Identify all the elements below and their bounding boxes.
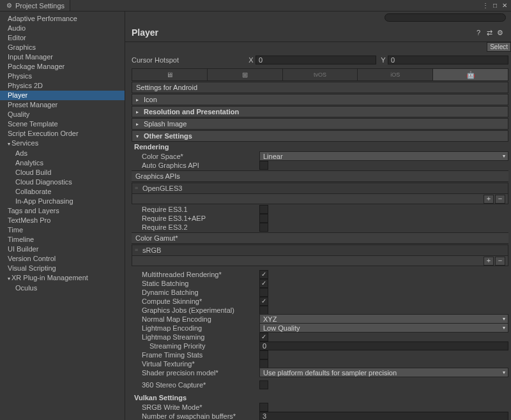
android-icon: 🤖 — [466, 71, 475, 79]
auto-graphics-checkbox[interactable] — [259, 161, 268, 170]
lightmap-stream-checkbox[interactable]: ✓ — [259, 333, 268, 341]
dynamic-batch-checkbox[interactable] — [259, 288, 268, 297]
sidebar-item[interactable]: Version Control — [0, 254, 125, 264]
shader-prec-label: Shader precision model* — [132, 369, 259, 377]
sidebar-item[interactable]: Cloud Diagnostics — [0, 177, 125, 187]
search-input[interactable] — [385, 13, 506, 22]
popout-icon[interactable]: □ — [491, 2, 499, 10]
cursor-hotspot-label: Cursor Hotspot — [132, 56, 247, 64]
other-label: Other Settings — [144, 132, 192, 140]
sidebar-item[interactable]: Graphics — [0, 43, 125, 52]
help-icon[interactable]: ? — [474, 28, 483, 37]
other-settings-foldout[interactable]: ▾Other Settings — [132, 130, 508, 142]
graphics-jobs-checkbox[interactable] — [259, 306, 268, 315]
gear-icon[interactable]: ⚙ — [496, 28, 505, 37]
select-button[interactable]: Select — [487, 42, 511, 52]
swapchain-field[interactable]: 3 — [259, 412, 508, 421]
sidebar-item[interactable]: Ads — [0, 149, 125, 158]
close-icon[interactable]: ✕ — [501, 2, 508, 10]
sidebar-item[interactable]: Collaborate — [0, 187, 125, 197]
add-button[interactable]: + — [484, 257, 494, 266]
virtual-tex-checkbox[interactable] — [259, 359, 268, 368]
sidebar-item[interactable]: Physics 2D — [0, 81, 125, 91]
sidebar-item[interactable]: TextMesh Pro — [0, 216, 125, 225]
remove-button[interactable]: − — [495, 195, 505, 204]
cursor-y-field[interactable]: 0 — [388, 56, 508, 64]
page-title: Player — [132, 27, 158, 38]
cursor-x-field[interactable]: 0 — [256, 56, 376, 64]
sidebar-item[interactable]: UI Builder — [0, 244, 125, 254]
srgb-write-checkbox[interactable] — [259, 403, 268, 412]
sidebar-item[interactable]: Tags and Layers — [0, 206, 125, 216]
sidebar-item[interactable]: Quality — [0, 110, 125, 119]
lightmap-enc-label: Lightmap Encoding — [132, 324, 259, 332]
sidebar-item[interactable]: Scene Template — [0, 119, 125, 129]
color-space-dropdown[interactable]: Linear — [259, 151, 508, 161]
window-title: Project Settings — [15, 2, 65, 10]
y-label: Y — [379, 56, 388, 64]
tab-ios[interactable]: iOS — [358, 69, 433, 80]
sidebar-item[interactable]: Editor — [0, 33, 125, 43]
compute-skin-checkbox[interactable]: ✓ — [259, 297, 268, 306]
frame-timing-checkbox[interactable] — [259, 350, 268, 359]
lightmap-enc-dropdown[interactable]: Low Quality — [259, 323, 508, 333]
streaming-prio-label: Streaming Priority — [132, 342, 259, 350]
chevron-right-icon: ▸ — [136, 121, 141, 127]
chevron-down-icon: ▾ — [136, 133, 141, 139]
preset-icon[interactable]: ⇄ — [485, 28, 494, 37]
sidebar-item[interactable]: Time — [0, 225, 125, 235]
chevron-right-icon: ▸ — [136, 97, 141, 103]
graphics-jobs-label: Graphics Jobs (Experimental) — [132, 306, 259, 314]
tab-android[interactable]: 🤖 — [433, 69, 508, 80]
tab-tvos[interactable]: tvOS — [283, 69, 358, 80]
graphics-apis-list: OpenGLES3 + − — [132, 183, 508, 204]
sidebar-item[interactable]: Physics — [0, 71, 125, 81]
panel-header: Player ? ⇄ ⚙ — [125, 24, 511, 42]
splash-foldout[interactable]: ▸Splash Image — [132, 118, 508, 130]
list-item[interactable]: sRGB — [132, 245, 508, 255]
tab-standalone[interactable]: 🖥 — [132, 69, 208, 80]
sidebar-item[interactable]: Oculus — [0, 283, 125, 293]
require-es31-checkbox[interactable] — [259, 205, 268, 214]
sidebar-item[interactable]: Package Manager — [0, 62, 125, 71]
require-es31aep-label: Require ES3.1+AEP — [132, 214, 259, 222]
multithreaded-checkbox[interactable]: ✓ — [259, 270, 268, 279]
platform-tabs: 🖥 ⊞ tvOS iOS 🤖 — [132, 68, 508, 81]
ios-icon: iOS — [390, 71, 400, 78]
title-bar: ⚙ Project Settings ⋮ □ ✕ — [0, 0, 511, 11]
sidebar-item[interactable]: Visual Scripting — [0, 264, 125, 273]
sidebar-item[interactable]: Cloud Build — [0, 168, 125, 177]
resolution-foldout[interactable]: ▸Resolution and Presentation — [132, 106, 508, 117]
menu-icon[interactable]: ⋮ — [482, 2, 489, 10]
sidebar-item[interactable]: Script Execution Order — [0, 129, 125, 139]
require-es31-label: Require ES3.1 — [132, 206, 259, 213]
sidebar-item[interactable]: Audio — [0, 24, 125, 33]
tvos-icon: tvOS — [314, 71, 326, 78]
require-es32-checkbox[interactable] — [259, 223, 268, 232]
color-gamut-list: sRGB + − — [132, 244, 508, 266]
sidebar-item-services[interactable]: Services — [0, 139, 125, 149]
tab-windows[interactable]: ⊞ — [208, 69, 283, 80]
streaming-prio-field[interactable]: 0 — [259, 341, 508, 350]
remove-button[interactable]: − — [495, 257, 505, 266]
stereo-360-checkbox[interactable] — [259, 380, 268, 389]
sidebar-item[interactable]: Input Manager — [0, 52, 125, 62]
window-tab[interactable]: ⚙ Project Settings — [0, 0, 70, 11]
sidebar-item[interactable]: Timeline — [0, 235, 125, 244]
add-button[interactable]: + — [484, 195, 494, 204]
normal-map-dropdown[interactable]: XYZ — [259, 314, 508, 324]
frame-timing-label: Frame Timing Stats — [132, 351, 259, 359]
require-es31aep-checkbox[interactable] — [259, 214, 268, 223]
static-batch-checkbox[interactable]: ✓ — [259, 279, 268, 288]
sidebar-item-player[interactable]: Player — [0, 91, 125, 100]
list-item[interactable]: OpenGLES3 — [132, 183, 508, 193]
sidebar-item-xr[interactable]: XR Plug-in Management — [0, 273, 125, 283]
sidebar-item[interactable]: In-App Purchasing — [0, 197, 125, 206]
sidebar-item[interactable]: Analytics — [0, 158, 125, 168]
sidebar-item[interactable]: Adaptive Performance — [0, 14, 125, 24]
icon-foldout[interactable]: ▸Icon — [132, 94, 508, 105]
sidebar-item[interactable]: Preset Manager — [0, 100, 125, 110]
color-gamut-header: Color Gamut* — [132, 232, 508, 244]
categories-sidebar: Adaptive Performance Audio Editor Graphi… — [0, 11, 125, 420]
shader-prec-dropdown[interactable]: Use platform defaults for sampler precis… — [259, 368, 508, 377]
